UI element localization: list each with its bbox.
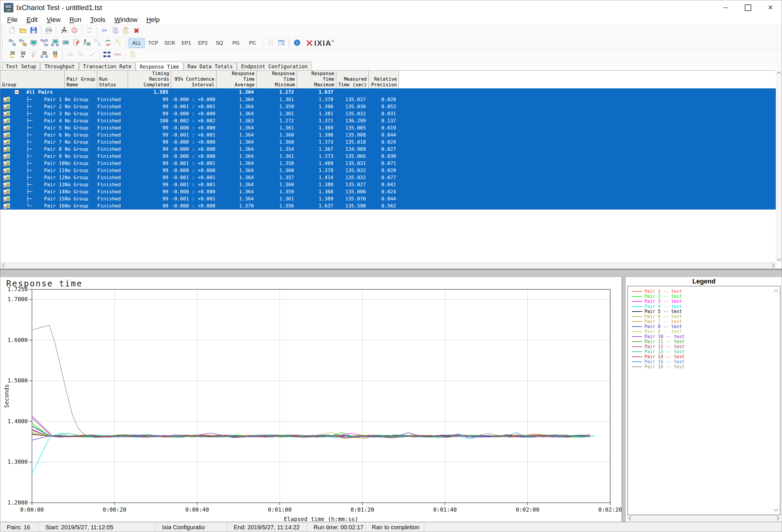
legend-box: Pair 1 -- testPair 2 -- testPair 3 -- te… [627,286,781,515]
column-header-pair-group[interactable]: Pair Group Name [65,71,97,88]
legend-horizontal-scrollbar[interactable] [627,515,781,521]
chart-pane: Response time 0:00:000:00:200:00:400:01:… [0,277,782,522]
add-video-multicast-button[interactable] [49,38,60,48]
runnertv-icon [82,38,91,48]
filter-scr-button[interactable]: SCR [162,38,178,48]
table-row-pair-2[interactable]: ├─Pair 2No GroupFinished99-0.001 : +0.00… [0,103,782,110]
column-header-group[interactable]: Group [0,71,65,88]
toolbar-gripper[interactable] [2,39,4,47]
scroll-up-icon[interactable] [776,72,781,76]
menu-edit[interactable]: Edit [22,15,42,25]
menu-help[interactable]: Help [142,15,164,25]
app-window: IxC IxChariot Test - untitled1.tst ─ ✕ F… [0,0,782,532]
tab-raw-data-totals[interactable]: Raw Data Totals [184,62,237,70]
print-button[interactable] [43,26,54,36]
add-pair-button[interactable] [7,38,17,48]
table-row-pair-1[interactable]: ├─Pair 1No GroupFinished99-0.000 : +0.00… [0,96,782,103]
svg-text:✂: ✂ [102,27,107,34]
scroll-left-icon[interactable] [2,263,7,268]
add-voip-video-pair-button[interactable] [60,38,71,48]
filter-sq-button[interactable]: SQ [211,38,227,48]
filter-pc-button[interactable]: PC [245,38,260,48]
table-row-pair-5[interactable]: ├─Pair 5No GroupFinished99-0.000 : +0.00… [0,124,782,131]
chart-legend-divider[interactable] [621,277,626,522]
column-header-response-time[interactable]: Response Time Minimum [257,71,297,88]
menu-view[interactable]: View [42,15,65,25]
filter-ep2-button[interactable]: EP2 [195,38,211,48]
column-header-measured[interactable]: Measured Time (sec) [336,71,369,88]
scroll-right-icon[interactable] [775,516,780,521]
menu-tools[interactable]: Tools [86,15,110,25]
table-row-all-pairs[interactable]: All Pairs1,5851.3641.2721.637 [0,88,782,96]
menu-file[interactable]: File [3,15,22,25]
filter-all-button[interactable]: ALL [129,38,145,48]
table-vertical-scrollbar[interactable] [776,70,782,262]
table-row-pair-8[interactable]: ├─Pair 8No GroupFinished99-0.000 : +0.00… [0,146,782,153]
tab-throughput[interactable]: Throughput [40,62,78,70]
filter-ep1-button[interactable]: EP1 [178,38,194,48]
tab-response-time[interactable]: Response Time [136,62,183,71]
refresh-endpoints-button[interactable] [103,38,113,48]
table-row-pair-3[interactable]: ├─Pair 3No GroupFinished99-0.000 : +0.00… [0,110,782,117]
column-header-timing-records[interactable]: Timing Records Completed [128,71,171,88]
voip-run-options-button[interactable]: ☎ [49,50,60,60]
legend-scroll-down-icon[interactable] [774,507,778,512]
tab-transaction-rate[interactable]: Transaction Rate [79,62,136,70]
column-header-response-time[interactable]: Response Time Maximum [297,71,336,88]
pane-splitter[interactable] [0,269,782,277]
toolbar-gripper[interactable] [2,51,4,59]
cut-button[interactable]: ✂ [99,26,110,36]
scroll-down-icon[interactable] [776,257,781,261]
status-cell-3: End: 2019/5/27, 11:14:22 [227,522,307,532]
open-test-button[interactable] [17,26,28,36]
table-row-pair-4[interactable]: ├─Pair 4No GroupFinished100-0.002 : +0.0… [0,117,782,124]
tab-test-setup[interactable]: Test Setup [2,62,40,70]
show-window-button[interactable] [276,38,287,48]
save-test-button[interactable] [28,26,39,36]
scroll-right-icon[interactable] [770,263,775,268]
table-row-pair-6[interactable]: ├─Pair 6No GroupFinished99-0.001 : +0.00… [0,131,782,139]
filter-pg-button[interactable]: PG [228,38,244,48]
column-header-95-confidence[interactable]: 95% Confidence Interval [171,71,216,88]
scroll-left-icon[interactable] [629,516,633,521]
add-multicast-group-button[interactable] [39,38,49,48]
renumber-pairs-button[interactable]: 12 [113,38,124,48]
compare-results-button[interactable] [39,50,49,60]
table-row-pair-16[interactable]: └─Pair 16No GroupFinished99-0.008 : +0.0… [0,202,782,210]
add-video-pair-button[interactable] [28,38,39,48]
new-test-button[interactable] [7,26,17,36]
filter-tcp-button[interactable]: TCP [145,38,161,48]
column-header-response-time[interactable]: Response Time Average [216,71,257,88]
maximize-button[interactable] [737,0,759,15]
table-row-pair-12[interactable]: ├─Pair 12No GroupFinished99-0.001 : +0.0… [0,174,782,181]
run-test-button[interactable] [58,26,69,36]
toolbar-gripper[interactable] [2,27,4,35]
collapse-icon[interactable] [14,90,19,94]
tab-bar: Test SetupThroughputTransaction RateResp… [0,61,782,70]
add-voip-pair-button[interactable]: ☎ [17,38,28,48]
delete-button[interactable]: ✖ [131,26,142,36]
table-row-pair-11[interactable]: ├─Pair 11No GroupFinished99-0.000 : +0.0… [0,167,782,174]
minimize-button[interactable]: ─ [714,0,737,15]
table-horizontal-scrollbar[interactable] [0,262,776,269]
about-info-button[interactable]: ! [292,38,302,48]
tab-endpoint-configuration[interactable]: Endpoint Configuration [237,62,312,70]
run-schedule-button[interactable] [17,50,28,60]
toolbar-separator [263,39,263,47]
close-button[interactable]: ✕ [759,0,782,15]
column-header-relative[interactable]: Relative Precision [369,71,399,88]
table-row-pair-15[interactable]: ├─Pair 15No GroupFinished99-0.001 : +0.0… [0,195,782,202]
table-row-pair-14[interactable]: ├─Pair 14No GroupFinished99-0.000 : +0.0… [0,188,782,195]
column-header-run-status[interactable]: Run Status [97,71,128,88]
poll-endpoints-button[interactable] [101,50,112,60]
replicate-pair-button[interactable] [81,38,92,48]
table-row-pair-7[interactable]: ├─Pair 7No GroupFinished99-0.000 : +0.00… [0,139,782,146]
table-row-pair-9[interactable]: ├─Pair 9No GroupFinished99-0.000 : +0.00… [0,153,782,160]
copy-button[interactable] [110,26,120,36]
run-options-button[interactable] [7,50,17,60]
menu-run[interactable]: Run [65,15,86,25]
table-row-pair-10[interactable]: ├─Pair 10No GroupFinished99-0.001 : +0.0… [0,160,782,167]
edit-pair-button[interactable] [71,38,81,48]
menu-window[interactable]: Window [110,15,142,25]
table-row-pair-13[interactable]: ├─Pair 13No GroupFinished99-0.001 : +0.0… [0,181,782,188]
